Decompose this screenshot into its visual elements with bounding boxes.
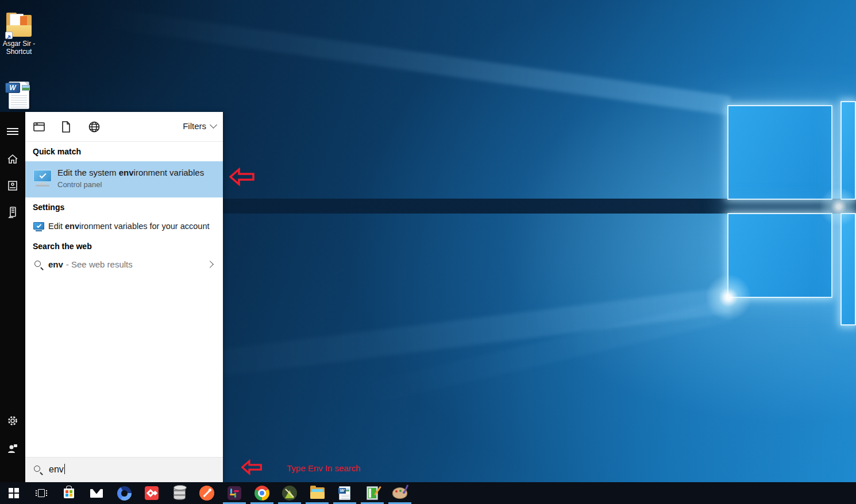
word-document-icon: W bbox=[5, 80, 32, 110]
search-icon bbox=[33, 465, 44, 475]
search-panel-header: Filters bbox=[25, 112, 223, 142]
windows-desktop: Asgar Sir - Shortcut W Type Env In searc… bbox=[0, 0, 856, 504]
window-logo-pane bbox=[840, 101, 856, 200]
red-diamond-app-icon bbox=[145, 486, 159, 500]
blue-ring-app-icon bbox=[117, 486, 132, 501]
shortcut-arrow-badge bbox=[5, 32, 13, 39]
result-title: Edit the system environment variables bbox=[57, 168, 204, 177]
filters-label: Filters bbox=[183, 121, 206, 131]
windows-logo-icon bbox=[9, 488, 19, 498]
search-input[interactable]: env bbox=[25, 457, 223, 482]
documents-tab-icon[interactable] bbox=[59, 120, 73, 134]
slack-icon bbox=[228, 486, 241, 500]
android-studio-button[interactable] bbox=[276, 482, 303, 504]
devices-icon[interactable] bbox=[0, 200, 25, 223]
android-studio-icon bbox=[282, 486, 297, 501]
chrome-button[interactable] bbox=[248, 482, 276, 504]
result-see-web-results[interactable]: env- See web results bbox=[25, 254, 223, 276]
desktop-shortcut-asgar-sir[interactable]: Asgar Sir - Shortcut bbox=[1, 13, 37, 56]
blue-ring-app-button[interactable] bbox=[110, 482, 138, 504]
result-title: Edit environment variables for your acco… bbox=[48, 222, 210, 231]
red-arrow-to-quick-match bbox=[229, 168, 255, 186]
filters-button[interactable]: Filters bbox=[183, 121, 216, 131]
mail-button[interactable] bbox=[83, 482, 110, 504]
chevron-down-icon bbox=[210, 121, 217, 129]
task-view-icon bbox=[36, 489, 47, 498]
paint-palette-icon bbox=[392, 487, 407, 499]
result-subtitle: Control panel bbox=[57, 180, 102, 189]
notebook-icon[interactable] bbox=[0, 174, 25, 197]
window-logo-pane bbox=[840, 213, 856, 325]
task-view-button[interactable] bbox=[28, 482, 55, 504]
apps-tab-icon[interactable] bbox=[32, 120, 46, 134]
taskbar: W bbox=[0, 482, 856, 504]
window-logo-pane bbox=[727, 105, 832, 200]
result-edit-environment-variables-account[interactable]: Edit environment variables for your acco… bbox=[25, 217, 223, 238]
result-edit-system-environment-variables[interactable]: Edit the system environment variables Co… bbox=[25, 161, 223, 197]
search-results-panel: Filters Quick match Edit the system envi… bbox=[25, 112, 223, 482]
green-editor-button[interactable] bbox=[358, 482, 386, 504]
quick-match-header: Quick match bbox=[33, 147, 81, 156]
start-button[interactable] bbox=[0, 482, 28, 504]
home-icon[interactable] bbox=[0, 148, 25, 170]
file-explorer-button[interactable] bbox=[303, 482, 331, 504]
search-input-value: env bbox=[49, 464, 65, 475]
file-explorer-icon bbox=[310, 487, 325, 499]
settings-gear-icon[interactable] bbox=[0, 409, 25, 432]
folder-shortcut-icon bbox=[5, 13, 33, 38]
store-bag-icon bbox=[64, 489, 74, 498]
slack-button[interactable] bbox=[221, 482, 248, 504]
chevron-right-icon bbox=[206, 261, 214, 268]
web-tab-icon[interactable] bbox=[87, 120, 101, 134]
search-the-web-header: Search the web bbox=[33, 242, 92, 251]
text-caret bbox=[64, 464, 65, 474]
word-button[interactable]: W bbox=[331, 482, 358, 504]
web-result-text: env- See web results bbox=[48, 259, 133, 269]
postman-button[interactable] bbox=[193, 482, 221, 504]
desktop-word-document[interactable]: W bbox=[0, 80, 37, 110]
red-arrow-to-search-box bbox=[241, 458, 262, 476]
window-logo-pane bbox=[727, 213, 832, 298]
light-beam bbox=[102, 8, 731, 115]
display-check-icon bbox=[33, 222, 45, 232]
database-cylinder-icon bbox=[173, 486, 186, 500]
postman-icon bbox=[199, 486, 214, 501]
feedback-icon[interactable] bbox=[0, 437, 25, 460]
search-panel-rail bbox=[0, 112, 25, 482]
chrome-icon bbox=[255, 486, 269, 501]
word-icon: W bbox=[339, 486, 350, 500]
system-monitor-check-icon bbox=[33, 168, 53, 189]
mail-envelope-icon bbox=[90, 489, 103, 498]
microsoft-store-button[interactable] bbox=[55, 482, 83, 504]
search-icon bbox=[34, 260, 44, 270]
green-editor-icon bbox=[367, 486, 378, 500]
annotation-text: Type Env In search bbox=[287, 463, 360, 473]
red-diamond-app-button[interactable] bbox=[138, 482, 165, 504]
settings-header: Settings bbox=[33, 203, 64, 212]
menu-icon[interactable] bbox=[0, 120, 25, 143]
desktop-shortcut-label-line2: Shortcut bbox=[1, 48, 37, 56]
paint-button[interactable] bbox=[386, 482, 414, 504]
database-app-button[interactable] bbox=[165, 482, 193, 504]
desktop-shortcut-label-line1: Asgar Sir - bbox=[1, 40, 37, 48]
